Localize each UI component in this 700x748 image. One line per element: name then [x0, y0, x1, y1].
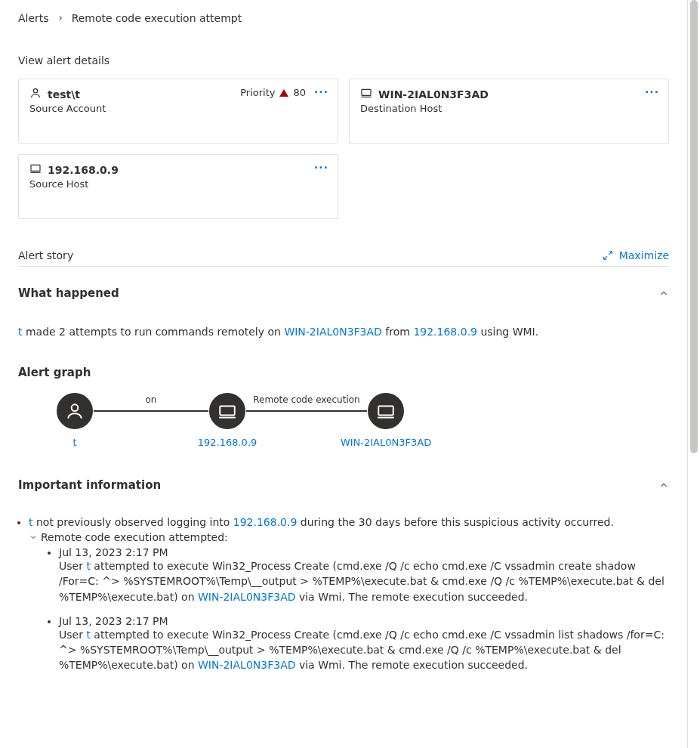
svg-rect-3	[31, 165, 40, 171]
graph-node-dest-host-label[interactable]: WIN-2IAL0N3F3AD	[341, 437, 431, 448]
card-subtitle: Source Host	[29, 178, 327, 190]
attempt-text: User t attempted to execute Win32_Proces…	[59, 558, 669, 604]
attempt-text: User t attempted to execute Win32_Proces…	[59, 627, 669, 673]
attempt-timestamp: Jul 13, 2023 2:17 PM	[59, 546, 669, 558]
priority-indicator: Priority 80	[240, 87, 306, 98]
host-link[interactable]: WIN-2IAL0N3F3AD	[284, 326, 382, 338]
computer-icon	[376, 401, 396, 421]
card-title: test\t	[48, 88, 80, 100]
what-happened-section: What happened t made 2 attempts to run c…	[18, 286, 669, 448]
card-source-account[interactable]: test\t Source Account Priority 80 ···	[18, 79, 338, 144]
svg-rect-1	[362, 89, 371, 95]
svg-point-7	[72, 404, 79, 411]
graph-edge-on: on	[94, 393, 208, 429]
attempt-item: Jul 13, 2023 2:17 PM User t attempted to…	[59, 546, 669, 604]
what-happened-heading: What happened	[18, 286, 669, 300]
attempt-item: Jul 13, 2023 2:17 PM User t attempted to…	[59, 615, 669, 673]
card-title: WIN-2IAL0N3F3AD	[378, 88, 489, 100]
card-subtitle: Destination Host	[360, 103, 658, 114]
host-link[interactable]: WIN-2IAL0N3F3AD	[198, 659, 296, 671]
svg-rect-10	[378, 406, 393, 416]
graph-edge-label: on	[94, 394, 208, 405]
chevron-up-icon	[658, 480, 669, 490]
graph-edge-rce: Remote code execution	[246, 393, 367, 429]
alert-story-label: Alert story	[18, 249, 73, 261]
breadcrumb: Alerts Remote code execution attempt	[18, 12, 669, 24]
svg-point-0	[33, 89, 37, 93]
alert-graph: t on 192.168.0.9 Remote code execution	[56, 393, 669, 448]
card-more-menu[interactable]: ···	[314, 87, 328, 97]
svg-line-5	[609, 252, 612, 255]
graph-edge-label: Remote code execution	[246, 394, 367, 405]
person-icon	[29, 87, 42, 101]
rce-expander[interactable]: Remote code execution attempted:	[29, 531, 669, 543]
maximize-label: Maximize	[619, 249, 669, 261]
person-icon	[65, 401, 85, 421]
priority-triangle-icon	[279, 89, 288, 97]
card-title: 192.168.0.9	[48, 164, 119, 176]
chevron-down-icon	[29, 533, 38, 542]
card-more-menu[interactable]: ···	[645, 87, 659, 97]
card-more-menu[interactable]: ···	[314, 162, 328, 173]
graph-node-source-host-label[interactable]: 192.168.0.9	[198, 437, 257, 448]
graph-node-user[interactable]: t	[56, 393, 94, 448]
rce-expander-label: Remote code execution attempted:	[41, 531, 228, 543]
chevron-right-icon	[57, 14, 64, 22]
computer-icon	[360, 87, 372, 101]
what-happened-text: t made 2 attempts to run commands remote…	[18, 324, 669, 340]
graph-node-dest-host[interactable]: WIN-2IAL0N3F3AD	[367, 393, 405, 448]
alert-graph-heading: Alert graph	[18, 366, 669, 379]
chevron-up-icon	[658, 288, 669, 298]
breadcrumb-root[interactable]: Alerts	[18, 12, 49, 24]
collapse-section-button[interactable]	[658, 480, 669, 493]
attempt-timestamp: Jul 13, 2023 2:17 PM	[59, 615, 669, 627]
svg-line-6	[603, 256, 606, 259]
computer-icon	[29, 162, 42, 177]
ip-link[interactable]: 192.168.0.9	[413, 326, 477, 338]
svg-rect-8	[220, 406, 235, 416]
host-link[interactable]: WIN-2IAL0N3F3AD	[198, 591, 296, 603]
card-subtitle: Source Account	[29, 103, 327, 114]
computer-icon	[217, 401, 237, 421]
maximize-button[interactable]: Maximize	[603, 249, 669, 261]
priority-value: 80	[293, 87, 306, 98]
maximize-icon	[603, 250, 613, 261]
view-alert-details-label: View alert details	[18, 54, 669, 66]
collapse-section-button[interactable]	[658, 288, 669, 301]
scrollbar-thumb[interactable]	[690, 0, 698, 453]
breadcrumb-current: Remote code execution attempt	[72, 12, 242, 24]
graph-node-source-host[interactable]: 192.168.0.9	[208, 393, 246, 448]
card-source-host[interactable]: 192.168.0.9 Source Host ···	[18, 154, 338, 219]
vertical-scrollbar[interactable]	[687, 0, 699, 702]
important-information-section: Important information t not previously o…	[18, 478, 669, 673]
ip-link[interactable]: 192.168.0.9	[233, 516, 298, 528]
card-destination-host[interactable]: WIN-2IAL0N3F3AD Destination Host ···	[349, 79, 669, 144]
graph-node-user-label[interactable]: t	[72, 437, 76, 448]
info-bullet: t not previously observed logging into 1…	[29, 516, 669, 528]
priority-label: Priority	[240, 87, 275, 98]
important-information-heading: Important information	[18, 478, 669, 492]
